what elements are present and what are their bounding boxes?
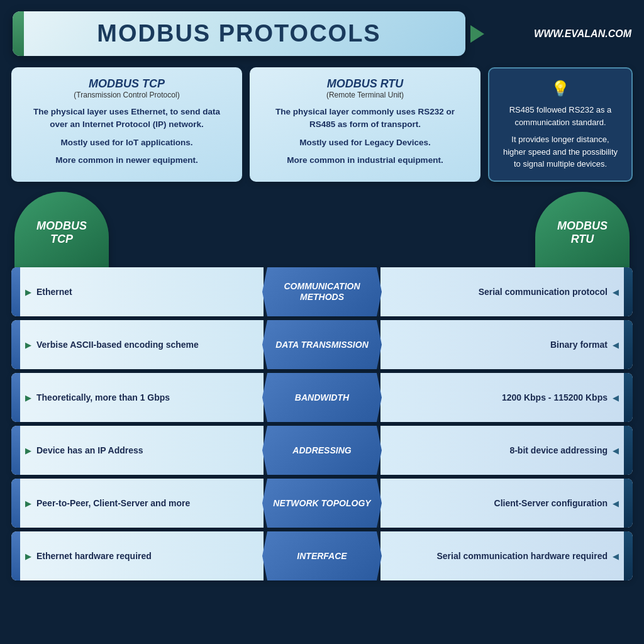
right-bar-5 — [624, 531, 633, 580]
tcp-body-2: Mostly used for IoT applications. — [24, 136, 230, 149]
left-text-1: Verbise ASCII-based encoding scheme — [36, 339, 199, 351]
center-cell-3: ADDRESSING — [262, 426, 382, 475]
left-bar-0 — [11, 267, 20, 316]
table-row: Verbise ASCII-based encoding scheme DATA… — [11, 320, 633, 369]
center-text-2: BANDWIDTH — [295, 392, 349, 403]
table-row: Ethernet COMMUNICATION METHODS Serial co… — [11, 267, 633, 316]
center-text-1: DATA TRANSMISSION — [275, 340, 369, 350]
left-bar-3 — [11, 426, 20, 475]
left-cell-4: Peer-to-Peer, Client-Server and more — [11, 479, 264, 528]
right-text-5: Serial communication hardware required — [436, 550, 608, 562]
right-text-1: Binary format — [550, 339, 608, 351]
center-text-4: NETWORK TOPOLOGY — [273, 498, 370, 509]
table-row: Ethernet hardware required INTERFACE Ser… — [11, 531, 633, 580]
right-cell-0: Serial communication protocol — [380, 267, 633, 316]
left-text-2: Theoretically, more than 1 Gbps — [36, 392, 170, 404]
info-text-2: It provides longer distance, higher spee… — [499, 133, 621, 170]
center-text-5: INTERFACE — [297, 551, 347, 562]
center-cell-1: DATA TRANSMISSION — [262, 320, 382, 369]
tcp-title: MODBUS TCP — [24, 77, 230, 91]
left-bar-2 — [11, 373, 20, 422]
rtu-badge-label: MODBUSRTU — [557, 219, 608, 246]
right-text-3: 8-bit device addressing — [509, 445, 608, 457]
tcp-body: The physical layer uses Ethernet, to sen… — [24, 106, 230, 167]
left-cell-1: Verbise ASCII-based encoding scheme — [11, 320, 264, 369]
rtu-card: MODBUS RTU (Remote Terminal Unit) The ph… — [250, 67, 480, 182]
left-text-4: Peer-to-Peer, Client-Server and more — [36, 497, 190, 509]
tcp-body-1: The physical layer uses Ethernet, to sen… — [24, 106, 230, 131]
right-bar-2 — [624, 373, 633, 422]
rtu-body-1: The physical layer commonly uses RS232 o… — [262, 106, 468, 131]
center-text-3: ADDRESSING — [292, 445, 351, 456]
rtu-badge: MODBUSRTU — [535, 192, 630, 267]
left-cell-2: Theoretically, more than 1 Gbps — [11, 373, 264, 422]
right-text-2: 1200 Kbps - 115200 Kbps — [502, 392, 608, 404]
rtu-title: MODBUS RTU — [262, 77, 468, 91]
left-cell-5: Ethernet hardware required — [11, 531, 264, 580]
center-cell-4: NETWORK TOPOLOGY — [262, 479, 382, 528]
tcp-badge-label: MODBUSTCP — [36, 219, 87, 246]
tcp-subtitle: (Transmission Control Protocol) — [24, 91, 230, 99]
tcp-card: MODBUS TCP (Transmission Control Protoco… — [11, 67, 242, 182]
comparison-table: Ethernet COMMUNICATION METHODS Serial co… — [0, 267, 644, 580]
middle-section: MODBUSTCP MODBUSRTU — [0, 192, 644, 267]
rtu-body: The physical layer commonly uses RS232 o… — [262, 106, 468, 167]
center-text-0: COMMUNICATION METHODS — [270, 281, 374, 303]
right-bar-1 — [624, 320, 633, 369]
left-text-3: Device has an IP Address — [36, 445, 143, 457]
left-bar-4 — [11, 479, 20, 528]
tcp-badge: MODBUSTCP — [14, 192, 109, 267]
right-text-0: Serial communication protocol — [479, 286, 608, 298]
right-bar-0 — [624, 267, 633, 316]
bulb-icon: 💡 — [499, 77, 621, 100]
info-box: 💡 RS485 followed RS232 as a communicatio… — [488, 67, 633, 182]
center-cell-5: INTERFACE — [262, 531, 382, 580]
right-cell-2: 1200 Kbps - 115200 Kbps — [380, 373, 633, 422]
right-cell-5: Serial communication hardware required — [380, 531, 633, 580]
table-row: Device has an IP Address ADDRESSING 8-bi… — [11, 426, 633, 475]
top-section: MODBUS TCP (Transmission Control Protoco… — [0, 62, 644, 187]
left-cell-3: Device has an IP Address — [11, 426, 264, 475]
rtu-body-2: Mostly used for Legacy Devices. — [262, 136, 468, 149]
left-bar-1 — [11, 320, 20, 369]
left-cell-0: Ethernet — [11, 267, 264, 316]
right-cell-4: Client-Server configuration — [380, 479, 633, 528]
header-arrow-icon — [470, 25, 484, 43]
center-cell-2: BANDWIDTH — [262, 373, 382, 422]
page-title: MODBUS PROTOCOLS — [38, 20, 440, 47]
right-cell-3: 8-bit device addressing — [380, 426, 633, 475]
left-bar-5 — [11, 531, 20, 580]
title-banner: MODBUS PROTOCOLS — [13, 11, 465, 56]
center-cell-0: COMMUNICATION METHODS — [262, 267, 382, 316]
table-row: Theoretically, more than 1 Gbps BANDWIDT… — [11, 373, 633, 422]
right-bar-4 — [624, 479, 633, 528]
right-text-4: Client-Server configuration — [494, 497, 608, 509]
table-row: Peer-to-Peer, Client-Server and more NET… — [11, 479, 633, 528]
website-url: WWW.EVALAN.COM — [531, 28, 631, 40]
tcp-body-3: More common in newer equipment. — [24, 154, 230, 167]
header: MODBUS PROTOCOLS WWW.EVALAN.COM — [0, 0, 644, 62]
rtu-subtitle: (Remote Terminal Unit) — [262, 91, 468, 99]
left-text-0: Ethernet — [36, 286, 72, 298]
rtu-body-3: More common in industrial equipment. — [262, 154, 468, 167]
right-bar-3 — [624, 426, 633, 475]
right-cell-1: Binary format — [380, 320, 633, 369]
info-text-1: RS485 followed RS232 as a communication … — [499, 104, 621, 128]
left-text-5: Ethernet hardware required — [36, 550, 152, 562]
